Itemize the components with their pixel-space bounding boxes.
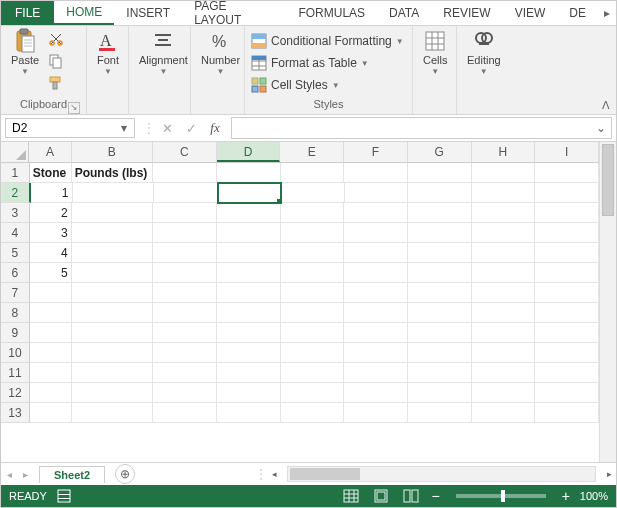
cell[interactable] (408, 363, 472, 383)
cell[interactable] (472, 363, 536, 383)
vertical-scrollbar[interactable] (599, 142, 616, 462)
tab-scroll-icon[interactable]: ▸ (598, 1, 616, 25)
cell[interactable] (153, 243, 217, 263)
column-header[interactable]: B (72, 142, 153, 162)
select-all-corner[interactable] (1, 142, 29, 162)
cell[interactable] (281, 183, 345, 203)
paste-button[interactable]: Paste ▼ (5, 28, 45, 76)
view-page-break-button[interactable] (401, 488, 421, 504)
zoom-slider-thumb[interactable] (501, 490, 505, 502)
tab-insert[interactable]: INSERT (114, 1, 182, 25)
cell[interactable] (281, 303, 345, 323)
cell[interactable] (408, 403, 472, 423)
tab-review[interactable]: REVIEW (431, 1, 502, 25)
zoom-slider[interactable] (456, 494, 546, 498)
cell[interactable] (30, 403, 72, 423)
number-button[interactable]: % Number▼ (195, 28, 246, 76)
hscroll-left[interactable]: ◂ (267, 467, 281, 481)
cell[interactable] (535, 303, 599, 323)
formula-input[interactable]: ⌄ (231, 117, 612, 139)
cell[interactable] (344, 343, 408, 363)
cell[interactable] (281, 383, 345, 403)
cancel-formula-button[interactable]: ✕ (155, 118, 179, 138)
cell[interactable] (535, 343, 599, 363)
row-header[interactable]: 10 (1, 343, 30, 363)
cell[interactable] (408, 303, 472, 323)
cell[interactable] (281, 243, 345, 263)
cell[interactable] (72, 263, 154, 283)
cell[interactable] (73, 183, 154, 203)
cell[interactable] (72, 343, 154, 363)
font-button[interactable]: A Font▼ (91, 28, 125, 76)
cell[interactable] (344, 203, 408, 223)
zoom-out-button[interactable]: − (431, 489, 439, 503)
expand-formula-bar-icon[interactable]: ⌄ (593, 120, 609, 136)
column-header[interactable]: D (217, 142, 281, 162)
cell[interactable] (408, 183, 472, 203)
cell[interactable] (408, 263, 472, 283)
cell[interactable] (535, 323, 599, 343)
cell[interactable]: 5 (30, 263, 72, 283)
cell[interactable] (408, 383, 472, 403)
hscroll-right[interactable]: ▸ (602, 467, 616, 481)
cell[interactable] (344, 403, 408, 423)
cell[interactable] (535, 183, 599, 203)
row-header[interactable]: 1 (1, 163, 30, 183)
cell[interactable] (217, 383, 281, 403)
cell[interactable] (30, 363, 72, 383)
cell[interactable] (72, 323, 154, 343)
cell[interactable] (153, 363, 217, 383)
cell[interactable] (72, 243, 154, 263)
cell[interactable] (217, 223, 281, 243)
column-header[interactable]: E (280, 142, 344, 162)
cell[interactable] (153, 163, 217, 183)
row-header[interactable]: 3 (1, 203, 30, 223)
cell[interactable] (472, 203, 536, 223)
cell[interactable] (408, 203, 472, 223)
cell[interactable] (72, 383, 154, 403)
cell[interactable] (535, 403, 599, 423)
cell[interactable]: 3 (30, 223, 72, 243)
enter-formula-button[interactable]: ✓ (179, 118, 203, 138)
cell[interactable] (344, 243, 408, 263)
cell[interactable] (217, 163, 281, 183)
view-normal-button[interactable] (341, 488, 361, 504)
cell[interactable]: Pounds (lbs) (72, 163, 154, 183)
cell[interactable] (408, 163, 472, 183)
cell[interactable] (72, 363, 154, 383)
cell[interactable] (281, 203, 345, 223)
add-sheet-button[interactable]: ⊕ (115, 464, 135, 484)
cell[interactable] (344, 303, 408, 323)
cell[interactable] (153, 283, 217, 303)
cell[interactable] (535, 243, 599, 263)
tab-file[interactable]: FILE (1, 1, 54, 25)
conditional-formatting-button[interactable]: Conditional Formatting ▼ (249, 30, 406, 52)
cell[interactable] (153, 343, 217, 363)
cell[interactable] (30, 383, 72, 403)
cell[interactable] (472, 223, 536, 243)
row-header[interactable]: 12 (1, 383, 30, 403)
tab-formulas[interactable]: FORMULAS (286, 1, 377, 25)
cell[interactable] (281, 323, 345, 343)
cell[interactable] (281, 163, 345, 183)
cell[interactable] (344, 223, 408, 243)
cell[interactable] (472, 343, 536, 363)
copy-button[interactable] (47, 52, 65, 70)
cell[interactable] (408, 343, 472, 363)
cell[interactable] (217, 283, 281, 303)
cell[interactable] (472, 283, 536, 303)
cell[interactable] (218, 183, 282, 203)
scrollbar-thumb[interactable] (290, 468, 360, 480)
view-page-layout-button[interactable] (371, 488, 391, 504)
column-header[interactable]: I (535, 142, 599, 162)
cell[interactable] (472, 163, 536, 183)
cell[interactable] (535, 263, 599, 283)
cell[interactable] (153, 263, 217, 283)
row-header[interactable]: 8 (1, 303, 30, 323)
cell[interactable] (408, 323, 472, 343)
row-header[interactable]: 7 (1, 283, 30, 303)
cell[interactable] (72, 203, 154, 223)
cell[interactable] (535, 283, 599, 303)
cell[interactable] (535, 363, 599, 383)
cell[interactable] (281, 223, 345, 243)
